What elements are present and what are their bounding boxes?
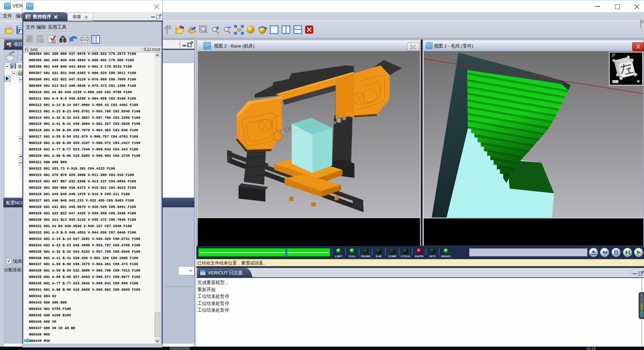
svg-text:LIMIT: LIMIT	[335, 255, 343, 258]
svg-text:SUB: SUB	[376, 255, 381, 258]
svg-text:LOG: LOG	[201, 271, 204, 273]
svg-text:VC: VC	[12, 64, 15, 66]
svg-text:VC: VC	[18, 26, 22, 29]
svg-text:CYCLE: CYCLE	[401, 255, 410, 258]
svg-text:COLL: COLL	[349, 255, 356, 258]
svg-text:COMP: COMP	[388, 255, 397, 258]
svg-text:NC: NC	[40, 40, 44, 42]
svg-text:NC: NC	[28, 18, 31, 20]
svg-text:RAPID: RAPID	[415, 255, 424, 258]
svg-text:VC: VC	[8, 26, 12, 29]
svg-text:NC: NC	[52, 41, 55, 43]
svg-text:READY: READY	[442, 255, 451, 258]
svg-text:OPTI: OPTI	[429, 255, 436, 258]
svg-text:PROBE: PROBE	[361, 255, 371, 258]
